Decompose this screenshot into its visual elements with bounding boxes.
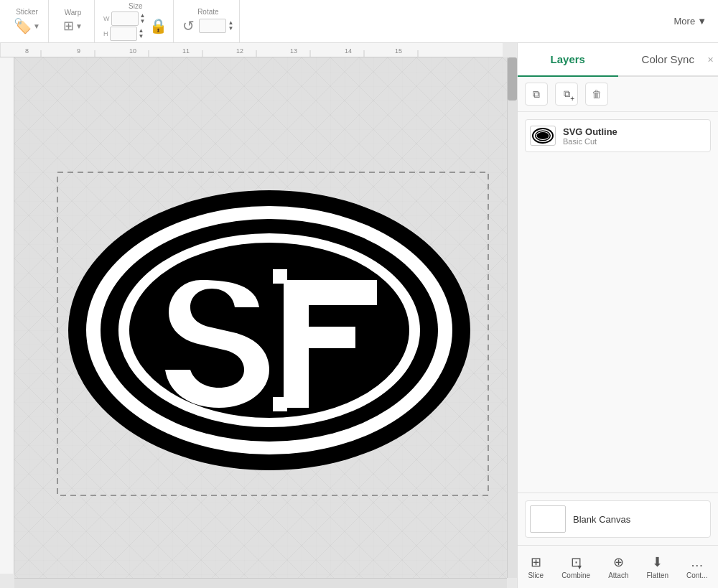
svg-text:8: 8 xyxy=(25,47,29,55)
layer-item[interactable]: SVG Outline Basic Cut xyxy=(525,119,711,152)
size-label: Size xyxy=(129,2,142,10)
scrollbar-bottom[interactable] xyxy=(14,578,507,588)
main-layout: 8 9 10 11 12 13 14 15 xyxy=(0,43,718,588)
svg-point-27 xyxy=(129,243,409,418)
sticker-arrow[interactable]: ▼ xyxy=(33,22,40,30)
layer-type: Basic Cut xyxy=(563,137,706,146)
svg-text:11: 11 xyxy=(182,47,190,55)
blank-canvas-label: Blank Canvas xyxy=(573,514,630,525)
add-layer-button[interactable]: ⧉ + xyxy=(555,83,578,106)
svg-point-38 xyxy=(537,132,549,139)
warp-arrow[interactable]: ▼ xyxy=(75,22,83,30)
flatten-button[interactable]: ⬇ Flatten xyxy=(640,551,674,582)
rotate-input[interactable] xyxy=(199,19,226,33)
grid-svg xyxy=(14,57,507,578)
panel-tabs: Layers Color Sync ✕ xyxy=(518,43,718,77)
tab-layers-label: Layers xyxy=(551,53,585,65)
more-label: More xyxy=(674,16,696,27)
more-arrow: ▼ xyxy=(697,16,707,27)
width-label: W xyxy=(103,15,110,22)
toolbar: Sticker 🏷️ ▼ Warp ⊞ ▼ Size W ▲▼ H xyxy=(0,0,718,43)
cont-button[interactable]: … Cont... xyxy=(681,552,713,582)
slice-icon: ⊞ xyxy=(531,554,541,570)
lock-icon[interactable]: 🔒 xyxy=(149,17,167,34)
warp-controls: ⊞ ▼ xyxy=(63,18,83,34)
combine-arrow: ▼ xyxy=(577,564,583,571)
tab-color-sync-label: Color Sync xyxy=(642,53,694,65)
svg-text:13: 13 xyxy=(290,47,297,55)
svg-rect-30 xyxy=(284,327,355,348)
warp-group: Warp ⊞ ▼ xyxy=(52,0,95,42)
svg-text:12: 12 xyxy=(236,47,243,55)
layer-thumb-svg xyxy=(531,126,555,145)
flatten-icon: ⬇ xyxy=(652,554,663,570)
rotate-icon[interactable]: ↺ xyxy=(182,17,195,34)
size-group: Size W ▲▼ H ▲▼ 🔒 xyxy=(98,0,174,42)
blank-canvas-thumbnail xyxy=(530,505,566,533)
scrollbar-thumb[interactable] xyxy=(508,57,517,101)
svg-text:10: 10 xyxy=(129,47,136,55)
panel-bottom-toolbar: ⊞ Slice ⊡ ▼ Combine ⊕ Attach ⬇ Flatten …… xyxy=(518,545,718,588)
rotate-controls: ↺ ▲▼ xyxy=(182,17,233,34)
rotate-group: Rotate ↺ ▲▼ xyxy=(177,0,240,42)
layer-name: SVG Outline xyxy=(563,126,706,137)
svg-text:14: 14 xyxy=(345,47,352,55)
layer-info: SVG Outline Basic Cut xyxy=(563,126,706,146)
svg-rect-29 xyxy=(284,280,377,305)
sticker-label: Sticker xyxy=(16,8,38,16)
ruler-top: 8 9 10 11 12 13 14 15 xyxy=(0,43,503,57)
svg-rect-32 xyxy=(273,397,287,411)
svg-rect-31 xyxy=(273,269,287,284)
ruler-left xyxy=(0,57,14,574)
layers-list: SVG Outline Basic Cut xyxy=(518,112,718,493)
warp-label: Warp xyxy=(65,9,82,17)
slice-button[interactable]: ⊞ Slice xyxy=(522,551,549,582)
more-button[interactable]: More ▼ xyxy=(668,13,713,29)
blank-canvas-item[interactable]: Blank Canvas xyxy=(525,500,711,538)
rotate-label: Rotate xyxy=(197,8,218,16)
tab-color-sync-close[interactable]: ✕ xyxy=(707,55,714,64)
canvas-area[interactable]: 8 9 10 11 12 13 14 15 xyxy=(0,43,517,588)
attach-button[interactable]: ⊕ Attach xyxy=(602,551,634,582)
attach-label: Attach xyxy=(608,571,628,579)
cont-label: Cont... xyxy=(686,571,707,579)
grid-canvas[interactable] xyxy=(14,57,507,578)
combine-label: Combine xyxy=(561,571,590,579)
width-input[interactable] xyxy=(111,11,139,26)
blank-canvas-section: Blank Canvas xyxy=(518,493,718,545)
size-controls: W ▲▼ H ▲▼ 🔒 xyxy=(103,11,167,41)
flatten-label: Flatten xyxy=(646,571,668,579)
height-input[interactable] xyxy=(110,27,137,41)
svg-text:15: 15 xyxy=(395,47,402,55)
slice-label: Slice xyxy=(528,571,544,579)
height-arrow[interactable]: ▲▼ xyxy=(139,28,144,39)
tab-color-sync[interactable]: Color Sync ✕ xyxy=(618,43,719,75)
cont-icon: … xyxy=(691,555,704,570)
height-label: H xyxy=(103,30,108,37)
combine-button[interactable]: ⊡ ▼ Combine xyxy=(556,551,596,582)
sticker-group: Sticker 🏷️ ▼ xyxy=(6,0,49,42)
right-panel: Layers Color Sync ✕ ⧉ ⧉ + 🗑 xyxy=(517,43,718,588)
warp-icon: ⊞ xyxy=(63,18,74,34)
delete-layer-button[interactable]: 🗑 xyxy=(585,83,608,106)
rotate-arrow[interactable]: ▲▼ xyxy=(228,20,233,32)
sticker-icon: 🏷️ xyxy=(14,17,32,34)
svg-text:9: 9 xyxy=(77,47,80,55)
tab-layers[interactable]: Layers xyxy=(518,43,618,75)
attach-icon: ⊕ xyxy=(613,554,624,570)
width-arrow[interactable]: ▲▼ xyxy=(140,13,146,24)
copy-layer-button[interactable]: ⧉ xyxy=(525,83,548,106)
layer-thumbnail xyxy=(530,126,556,146)
panel-toolbar: ⧉ ⧉ + 🗑 xyxy=(518,77,718,112)
scrollbar-right[interactable] xyxy=(507,57,517,578)
